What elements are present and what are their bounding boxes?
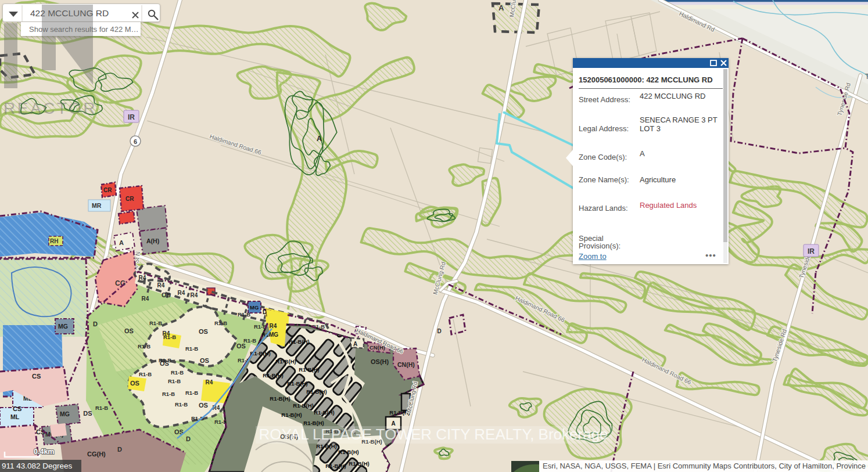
svg-text:R4: R4 [191,292,198,298]
svg-text:IR: IR [128,113,135,121]
svg-text:R4: R4 [270,323,277,329]
svg-text:MG: MG [58,323,68,330]
svg-text:R1-B: R1-B [168,378,181,384]
svg-text:R1-B(H): R1-B(H) [325,428,346,434]
svg-text:R1-B: R1-B [139,371,152,377]
svg-text:R1-B: R1-B [185,345,198,352]
svg-text:D: D [437,328,441,334]
svg-text:R1-B: R1-B [149,320,162,326]
svg-text:Esri, NASA, NGA, USGS, FEMA |: Esri, NASA, NGA, USGS, FEMA | Esri Commu… [543,462,868,470]
svg-text:CR: CR [125,196,134,202]
svg-text:R1-B: R1-B [163,334,176,340]
svg-text:R1-B: R1-B [243,337,256,344]
svg-text:A: A [353,341,357,347]
svg-text:MG: MG [60,410,70,417]
svg-text:OS: OS [200,357,209,364]
svg-text:R1-B(H): R1-B(H) [316,443,336,449]
svg-text:A(H): A(H) [146,237,159,244]
svg-text:DS: DS [83,410,92,417]
svg-text:MG: MG [269,332,278,338]
svg-text:A: A [498,3,504,12]
svg-text:R1-B(H): R1-B(H) [349,460,369,467]
svg-text:CR: CR [103,187,112,193]
svg-text:R4: R4 [206,379,213,385]
svg-text:A: A [119,239,124,246]
svg-text:R1-B(H): R1-B(H) [314,409,334,416]
svg-text:R1-B(H): R1-B(H) [275,358,296,365]
svg-text:R1-B(H): R1-B(H) [270,395,290,402]
svg-text:CS: CS [32,373,41,380]
svg-text:D: D [93,320,98,327]
svg-text:R1-B(H): R1-B(H) [361,438,382,445]
svg-text:911 43.082 Degrees: 911 43.082 Degrees [2,462,73,470]
svg-text:T: T [865,73,868,81]
svg-text:6: 6 [134,138,137,145]
svg-text:R1-B: R1-B [175,401,188,408]
svg-text:422 MCCLUNG RD: 422 MCCLUNG RD [30,8,109,18]
svg-text:CS: CS [13,405,21,412]
svg-text:R1-B: R1-B [214,320,227,326]
svg-text:OS: OS [199,402,208,409]
svg-text:RH: RH [50,238,58,244]
svg-text:R4: R4 [178,290,185,296]
svg-text:D: D [117,446,122,453]
svg-text:R1-B: R1-B [138,343,150,350]
svg-text:R1-B(H): R1-B(H) [299,366,319,373]
svg-text:A: A [317,135,322,143]
svg-text:ML: ML [10,413,20,420]
svg-text:MR: MR [92,202,102,209]
svg-text:R1-B(H): R1-B(H) [306,388,327,395]
svg-text:R1-B: R1-B [159,357,171,363]
svg-text:OS: OS [162,291,171,298]
svg-text:R1-B(H): R1-B(H) [287,380,307,387]
svg-text:IR: IR [808,247,815,255]
svg-text:OS: OS [130,380,139,387]
svg-text:R1-B(H): R1-B(H) [281,412,302,418]
svg-text:R1-B(H): R1-B(H) [325,463,346,469]
svg-text:A: A [391,420,395,427]
svg-text:R1-B: R1-B [171,369,184,376]
svg-text:R1-B(H): R1-B(H) [303,420,324,426]
svg-text:R1-B(H): R1-B(H) [289,338,309,345]
svg-text:OS: OS [124,327,134,334]
svg-text:R4: R4 [142,296,149,302]
svg-text:CG(H): CG(H) [87,451,106,457]
svg-text:CN(H): CN(H) [397,361,415,368]
svg-text:R4: R4 [139,275,146,281]
svg-text:CG: CG [115,279,125,287]
svg-text:OS(H): OS(H) [280,433,299,440]
svg-text:0.4km: 0.4km [34,448,54,456]
svg-text:D: D [186,435,191,442]
svg-text:MG: MG [250,304,259,311]
svg-text:R1-B(H): R1-B(H) [263,372,283,379]
svg-text:R1-B(H): R1-B(H) [338,449,358,455]
svg-text:R1-B: R1-B [95,405,108,411]
svg-text:R1-B: R1-B [162,391,175,397]
svg-text:OS(H): OS(H) [371,358,389,365]
svg-text:R1-B(H): R1-B(H) [293,402,313,409]
svg-text:R4: R4 [157,282,165,289]
svg-text:R1-B: R1-B [185,390,198,396]
svg-text:OS: OS [199,328,208,335]
